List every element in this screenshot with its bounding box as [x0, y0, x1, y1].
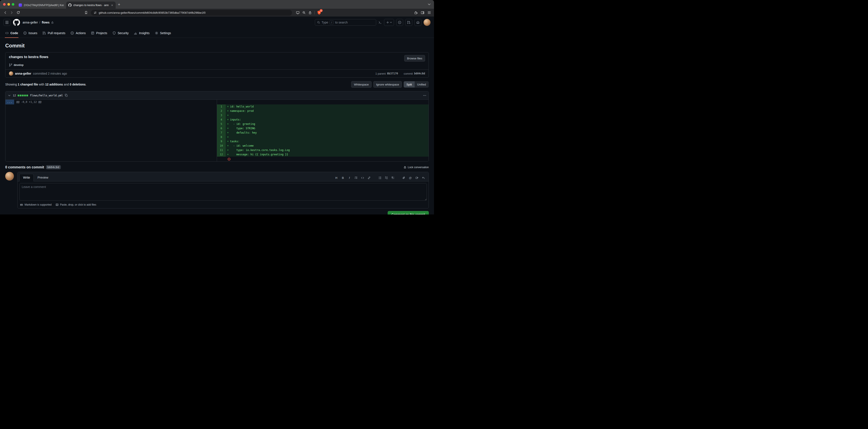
diff-line[interactable]: 11+ type: io.kestra.core.tasks.log.Log: [217, 148, 429, 152]
share-icon[interactable]: [308, 11, 312, 14]
diff-line[interactable]: 8+: [217, 135, 429, 139]
markdown-hint[interactable]: Markdown is supported: [20, 203, 52, 206]
branch-name[interactable]: develop: [14, 63, 24, 67]
diff-right-pane: 1+id: hello_world 2+namespace: prod 3+ 4…: [217, 100, 429, 161]
commenter-avatar[interactable]: [5, 172, 14, 181]
diff-line[interactable]: 6+ type: STRING: [217, 126, 429, 130]
site-settings-icon[interactable]: [93, 11, 97, 14]
side-panel-icon[interactable]: [421, 11, 425, 14]
comment-tabs: Write Preview H B I: [18, 172, 429, 181]
diff-line[interactable]: 5+ - id: greeting: [217, 122, 429, 126]
pull-requests-icon-button[interactable]: [405, 19, 412, 26]
brave-shield-icon[interactable]: 1: [317, 10, 321, 15]
breadcrumb-owner[interactable]: anna-geller: [23, 21, 38, 24]
back-icon[interactable]: [2, 9, 8, 16]
issues-icon-button[interactable]: [396, 19, 403, 26]
link-icon[interactable]: [367, 176, 371, 180]
lock-conversation-button[interactable]: Lock conversation: [404, 166, 429, 169]
tab-search-icon[interactable]: [427, 3, 432, 6]
tab-issues[interactable]: Issues: [21, 28, 40, 38]
heading-icon[interactable]: H: [335, 176, 338, 180]
parent-sha[interactable]: 8b37170: [387, 72, 398, 75]
user-avatar[interactable]: [424, 19, 431, 26]
bold-icon[interactable]: B: [341, 176, 345, 180]
create-new-button[interactable]: [384, 19, 394, 26]
reload-icon[interactable]: [15, 9, 21, 16]
cross-reference-icon[interactable]: [415, 176, 418, 180]
file-options-icon[interactable]: [423, 94, 426, 97]
github-logo[interactable]: [13, 19, 20, 26]
browser-tab-active[interactable]: changes to kestra flows · ann ×: [66, 2, 116, 9]
diff-line[interactable]: 2+namespace: prod: [217, 109, 429, 113]
reply-icon[interactable]: [422, 176, 425, 180]
diff-line[interactable]: 9+tasks:: [217, 139, 429, 144]
diff-line[interactable]: 7+ defaults: hey: [217, 130, 429, 135]
toolbar-actions: 1: [296, 10, 321, 15]
tab-projects[interactable]: Projects: [88, 28, 110, 38]
browser-toolbar: github.com/anna-geller/flows/commit/b604…: [0, 9, 434, 17]
tab-pull-requests[interactable]: Pull requests: [40, 28, 68, 38]
author-avatar[interactable]: [9, 71, 13, 76]
formatting-toolbar: H B I: [335, 176, 427, 181]
forward-icon[interactable]: [9, 9, 15, 16]
ignore-whitespace-button[interactable]: Ignore whitespace: [373, 81, 402, 88]
unordered-list-icon[interactable]: [378, 176, 381, 180]
browse-files-button[interactable]: Browse files: [404, 55, 425, 62]
browser-menu-icon[interactable]: [428, 11, 431, 14]
minimize-window-button[interactable]: [7, 3, 10, 6]
tab-code[interactable]: Code: [3, 28, 21, 38]
changed-files-count[interactable]: 1 changed file: [18, 83, 38, 86]
quote-icon[interactable]: [354, 176, 358, 180]
split-view-button[interactable]: Split: [404, 81, 414, 88]
cast-icon[interactable]: [296, 11, 300, 14]
tab-insights[interactable]: Insights: [131, 28, 152, 38]
attach-files-button[interactable]: Paste, drop, or click to add files: [56, 203, 96, 206]
whitespace-button[interactable]: Whitespace: [351, 81, 372, 88]
tab-actions[interactable]: Actions: [68, 28, 88, 38]
url-text: github.com/anna-geller/flows/commit/b604…: [99, 11, 206, 14]
collapse-file-icon[interactable]: [8, 94, 11, 97]
diff-line[interactable]: 10+ - id: welcome: [217, 144, 429, 148]
ordered-list-icon[interactable]: [385, 176, 388, 180]
copy-path-icon[interactable]: [65, 94, 68, 97]
attach-file-icon[interactable]: [402, 176, 405, 180]
github-header: anna-geller / flows Type / to search: [0, 17, 434, 28]
zoom-out-icon[interactable]: [302, 11, 306, 14]
search-input[interactable]: Type / to search: [315, 19, 376, 26]
commit-author[interactable]: anna-geller: [15, 72, 31, 75]
close-window-button[interactable]: [3, 3, 6, 6]
preview-tab[interactable]: Preview: [34, 174, 52, 181]
shield-badge: 1: [320, 9, 323, 12]
zoom-window-button[interactable]: [12, 3, 14, 6]
diff-line[interactable]: 4+inputs:: [217, 118, 429, 122]
unified-view-button[interactable]: Unified: [415, 81, 429, 88]
commit-time: committed 2 minutes ago: [33, 72, 67, 75]
expand-diff-button[interactable]: ...: [5, 100, 14, 104]
tab-settings[interactable]: Settings: [152, 28, 174, 38]
extensions-icon[interactable]: [414, 11, 418, 14]
code-icon[interactable]: [361, 176, 364, 180]
diff-line[interactable]: 1+id: hello_world: [217, 104, 429, 109]
tasklist-icon[interactable]: [391, 176, 395, 180]
close-tab-icon[interactable]: ×: [111, 3, 114, 7]
diff-line[interactable]: 3+: [217, 113, 429, 118]
comment-submit-button[interactable]: Comment on this commit: [388, 211, 429, 214]
inbox-icon-button[interactable]: [414, 19, 422, 26]
mention-icon[interactable]: @: [409, 176, 412, 180]
toolbar-divider: [314, 11, 315, 14]
comment-textarea[interactable]: [19, 183, 427, 201]
command-palette-icon[interactable]: [378, 21, 382, 24]
file-name[interactable]: flows/hello_world.yml: [30, 94, 63, 97]
write-tab[interactable]: Write: [19, 174, 34, 181]
diff-line[interactable]: 12+ message: hi {{ inputs.greeting }}: [217, 152, 429, 157]
breadcrumb-repo[interactable]: flows: [42, 21, 50, 24]
bookmark-icon[interactable]: [83, 9, 89, 16]
global-nav-menu-button[interactable]: [3, 19, 10, 26]
tab-security[interactable]: Security: [110, 28, 131, 38]
tab-strip: 2X3x2TMqX5NfvFPDj4wd6f | Kes changes to …: [0, 0, 434, 9]
address-bar[interactable]: github.com/anna-geller/flows/commit/b604…: [91, 10, 292, 16]
kestra-favicon: [19, 3, 22, 7]
italic-icon[interactable]: I: [348, 176, 351, 180]
browser-tab-inactive[interactable]: 2X3x2TMqX5NfvFPDj4wd6f | Kes: [17, 2, 66, 9]
new-tab-button[interactable]: +: [116, 2, 122, 6]
